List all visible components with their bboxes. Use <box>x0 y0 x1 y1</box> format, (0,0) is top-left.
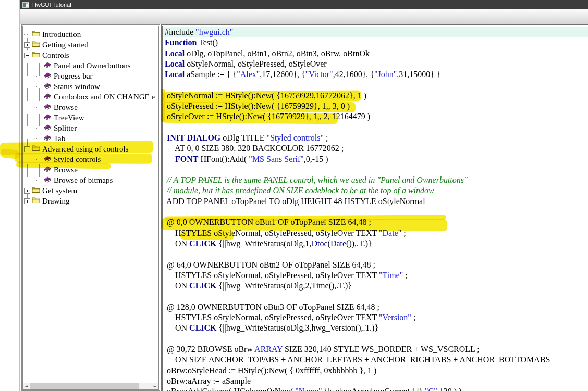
tree-item-drawing[interactable]: Drawing <box>23 196 158 206</box>
tree-item-progress-bar[interactable]: Progress bar <box>23 71 158 81</box>
collapse-icon[interactable] <box>24 53 30 58</box>
tree-item-label: Drawing <box>42 197 70 206</box>
code-line <box>163 122 588 133</box>
folder-icon <box>32 40 40 49</box>
tree-item-introduction[interactable]: Introduction <box>23 29 158 40</box>
scrollbar-thumb[interactable] <box>30 383 139 389</box>
code-line: oStylePressed := HStyle():New( {16759929… <box>163 101 588 111</box>
topics-tree: IntroductionGetting startedControlsPanel… <box>23 26 158 383</box>
tree-item-label: Get system <box>42 186 77 195</box>
tree-guide-stub <box>36 86 43 87</box>
tree-item-label: Browse <box>54 103 78 112</box>
tree-item-getting-started[interactable]: Getting started <box>23 40 158 50</box>
expand-icon[interactable] <box>24 42 30 48</box>
tree-item-tab[interactable]: Tab <box>23 133 158 144</box>
code-line <box>163 165 588 175</box>
book-icon <box>43 155 52 164</box>
tree-item-controls[interactable]: Controls <box>23 50 158 60</box>
book-icon <box>43 175 52 185</box>
folder-icon <box>32 196 40 206</box>
tree-item-label: Panel and Ownerbuttons <box>54 61 130 70</box>
code-line: HSTYLES oStyleNormal, oStylePressed, oSt… <box>163 228 588 238</box>
tree-item-label: Status window <box>54 82 100 91</box>
topics-tree-pane[interactable]: IntroductionGetting startedControlsPanel… <box>21 24 160 391</box>
tree-guide-stub <box>36 76 43 77</box>
code-line: oStyleOver := HStyle():New( {16759929}, … <box>163 111 588 122</box>
code-line: @ 64,0 OWNERBUTTON oBtn2 OF oTopPanel SI… <box>163 260 588 270</box>
scroll-right-icon[interactable]: ► <box>152 383 158 389</box>
code-line: AT 0, 0 SIZE 380, 320 BACKCOLOR 16772062… <box>163 143 588 154</box>
tree-item-label: TreeView <box>54 113 84 122</box>
toolbar <box>20 9 588 24</box>
code-line <box>163 334 588 344</box>
book-icon <box>43 92 52 102</box>
code-line: INIT DIALOG oDlg TITLE "Styled controls"… <box>163 133 588 143</box>
tree-item-label: Advanced using of controls <box>42 145 128 154</box>
tree-item-browse-of-bitmaps[interactable]: Browse of bitmaps <box>23 175 158 185</box>
book-icon <box>43 61 52 70</box>
tree-item-label: Combobox and ON CHANGE e <box>54 93 155 102</box>
code-line: Function Test() <box>163 37 588 48</box>
code-view-pane[interactable]: #include "hwgui.ch"Function Test()Local … <box>161 24 588 391</box>
tree-item-label: Browse of bitmaps <box>54 176 113 185</box>
tree-guide-stub <box>36 118 43 118</box>
code-line: oBrw:oStyleHead := HStyle():New( { 0xfff… <box>163 365 588 376</box>
code-line: oBrw:AddColumn( HColumn():New( "Name",{|… <box>163 386 588 391</box>
book-icon <box>43 103 52 112</box>
code-line: // module, but it has predefined ON SIZE… <box>163 185 588 196</box>
tree-item-splitter[interactable]: Splitter <box>23 123 158 133</box>
folder-icon <box>32 51 40 60</box>
code-line <box>163 80 588 90</box>
code-line: Local oDlg, oTopPanel, oBtn1, oBtn2, oBt… <box>163 48 588 59</box>
folder-icon <box>32 30 40 39</box>
tree-item-advanced-using-of-controls[interactable]: Advanced using of controls <box>23 144 158 154</box>
tree-item-label: Progress bar <box>54 72 93 81</box>
tree-guide-stub <box>36 138 43 139</box>
code-line: HSTYLES oStyleNormal, oStylePressed, oSt… <box>163 270 588 281</box>
tree-item-treeview[interactable]: TreeView <box>23 112 158 123</box>
tree-guide-stub <box>36 180 43 181</box>
titlebar[interactable]: HwGUI Tutorial <box>20 0 588 9</box>
book-icon <box>43 113 52 122</box>
tree-item-panel-and-ownerbuttons[interactable]: Panel and Ownerbuttons <box>23 60 158 71</box>
collapse-icon[interactable] <box>24 146 30 152</box>
app-window: HwGUI Tutorial IntroductionGetting start… <box>19 0 588 391</box>
code-line <box>163 207 588 217</box>
tree-item-label: Getting started <box>42 41 89 49</box>
tree-guide-stub <box>36 107 43 108</box>
tree-horizontal-scrollbar[interactable]: ◄ ► <box>23 383 158 389</box>
code-line: oStyleNormal := HStyle():New( {16759929,… <box>163 91 588 101</box>
tree-item-combobox-and-on-change-e[interactable]: Combobox and ON CHANGE e <box>23 92 158 102</box>
tree-guide-stub <box>36 128 43 129</box>
tree-item-label: Browse <box>54 166 78 174</box>
tree-item-label: Splitter <box>54 124 77 133</box>
tree-item-label: Tab <box>54 134 65 143</box>
code-line: oBrw:aArray := aSample <box>163 376 588 386</box>
tree-item-browse[interactable]: Browse <box>23 102 158 112</box>
tree-item-status-window[interactable]: Status window <box>23 81 158 92</box>
window-title: HwGUI Tutorial <box>32 2 71 8</box>
tree-item-get-system[interactable]: Get system <box>23 185 158 196</box>
expand-icon[interactable] <box>24 188 30 194</box>
code-line: ON CLICK {||hwg_WriteStatus(oDlg,1,Dtoc(… <box>163 238 588 249</box>
source-code: #include "hwgui.ch"Function Test()Local … <box>163 27 588 391</box>
code-line: ON CLICK {||hwg_WriteStatus(oDlg,3,hwg_V… <box>163 323 588 333</box>
code-line: #include "hwgui.ch" <box>163 27 588 37</box>
scroll-left-icon[interactable]: ◄ <box>23 383 30 389</box>
tree-item-label: Controls <box>42 51 69 60</box>
tree-item-styled-controls[interactable]: Styled controls <box>23 154 158 165</box>
code-line: @ 30,72 BROWSE oBrw ARRAY SIZE 320,140 S… <box>163 344 588 355</box>
tree-item-label: Introduction <box>42 30 81 39</box>
folder-icon <box>32 144 40 154</box>
code-line: @ 128,0 OWNERBUTTON oBtn3 OF oTopPanel S… <box>163 302 588 312</box>
code-line <box>163 291 588 301</box>
book-icon <box>43 123 52 133</box>
tree-guide-stub <box>36 97 43 97</box>
code-line: ON CLICK {||hwg_WriteStatus(oDlg,2,Time(… <box>163 281 588 291</box>
expand-icon[interactable] <box>24 198 30 204</box>
tree-guide-stub <box>36 66 43 66</box>
code-line: ADD TOP PANEL oTopPanel TO oDlg HEIGHT 4… <box>163 196 588 207</box>
tree-item-browse[interactable]: Browse <box>23 165 158 175</box>
code-line: Local oStyleNormal, oStylePressed, oStyl… <box>163 59 588 69</box>
code-line: // A TOP PANEL is the same PANEL control… <box>163 175 588 185</box>
